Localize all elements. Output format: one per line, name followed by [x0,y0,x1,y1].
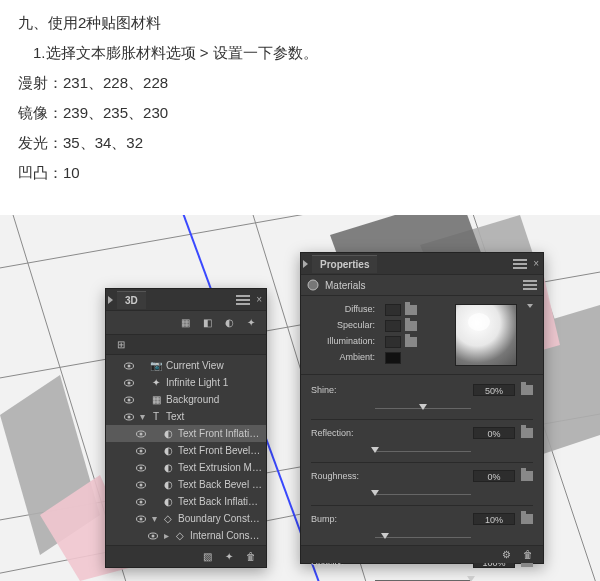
scene-item[interactable]: ▾◇Boundary Constraint 1_Text [106,510,266,527]
scene-item[interactable]: ▸◇Internal Constraint 2_Text [106,527,266,544]
properties-subtitle: Materials [325,280,366,291]
label-ambient: Ambient: [311,352,375,362]
slider-thumb[interactable] [371,490,379,496]
filter-materials-icon[interactable]: ◐ [222,316,236,330]
specular-texture-picker[interactable] [405,321,417,331]
material-preview[interactable] [455,304,517,366]
slider-thumb[interactable] [467,576,475,581]
scene-item[interactable]: ◐Text Back Inflation Material [106,493,266,510]
slider-track[interactable] [375,530,471,544]
close-icon[interactable]: × [533,258,539,269]
slider-thumb[interactable] [381,533,389,539]
diffuse-swatch[interactable] [385,304,401,316]
svg-point-36 [308,280,318,290]
panel-properties-header: Properties × [301,253,543,275]
visibility-toggle[interactable] [136,497,146,507]
constraint-icon: ◇ [174,530,186,542]
slider-texture-picker[interactable] [521,514,533,524]
visibility-toggle[interactable] [136,446,146,456]
scene-item-label: Boundary Constraint 1_Text [178,513,262,524]
diffuse-texture-picker[interactable] [405,305,417,315]
scene-item-label: Text Front Bevel Material [178,445,262,456]
collapse-icon[interactable] [108,296,113,304]
tab-properties[interactable]: Properties [312,255,377,273]
expander-icon[interactable]: ▾ [138,411,146,422]
scene-item[interactable]: ✦Infinite Light 1 [106,374,266,391]
visibility-toggle[interactable] [124,395,134,405]
panel-3d: 3D × ▦ ◧ ◐ ✦ ⊞ 📷Current View✦Infinite Li… [105,288,267,568]
materials-icon [307,279,319,291]
slider-thumb[interactable] [371,447,379,453]
filter-meshes-icon[interactable]: ◧ [200,316,214,330]
filter-whole-scene-icon[interactable]: ▦ [178,316,192,330]
illumination-texture-picker[interactable] [405,337,417,347]
panel-menu-icon[interactable] [513,259,527,269]
scene-item-label: Current View [166,360,262,371]
specular-swatch[interactable] [385,320,401,332]
visibility-toggle[interactable] [136,514,146,524]
scene-item-label: Text Back Bevel Material [178,479,262,490]
scene-item-label: Background [166,394,262,405]
svg-point-25 [140,449,143,452]
visibility-toggle[interactable] [136,463,146,473]
mat-icon: ◐ [162,462,174,474]
constraint-icon: ◇ [162,513,174,525]
new-light-icon[interactable]: ✦ [222,550,236,564]
material-preset-dropdown[interactable] [527,304,533,308]
slider-value[interactable]: 0% [473,427,515,439]
env-icon[interactable]: ⊞ [114,338,128,352]
scene-item[interactable]: ▦Background [106,391,266,408]
visibility-toggle[interactable] [148,531,158,541]
expander-icon[interactable]: ▾ [150,513,158,524]
light-icon: ✦ [150,377,162,389]
slider-thumb[interactable] [419,404,427,410]
slider-track[interactable] [375,401,471,415]
svg-point-23 [140,432,143,435]
render-settings-icon[interactable]: ⚙ [499,548,513,562]
filter-lights-icon[interactable]: ✦ [244,316,258,330]
illumination-swatch[interactable] [385,336,401,348]
slider-value[interactable]: 10% [473,513,515,525]
svg-point-17 [128,381,131,384]
slider-track[interactable] [375,444,471,458]
slider-texture-picker[interactable] [521,385,533,395]
visibility-toggle[interactable] [136,429,146,439]
visibility-toggle[interactable] [124,361,134,371]
visibility-toggle[interactable] [124,378,134,388]
param-bump: 凹凸：10 [18,158,582,188]
mat-icon: ◐ [162,496,174,508]
panel-menu-icon[interactable] [236,295,250,305]
label-diffuse: Diffuse: [311,304,375,314]
new-layer-icon[interactable]: ▧ [200,550,214,564]
scene-item[interactable]: ◐Text Front Inflation Material [106,425,266,442]
svg-point-31 [140,500,143,503]
slider-label: Reflection: [311,428,369,438]
panel-3d-toolbar: ▦ ◧ ◐ ✦ [106,311,266,335]
visibility-toggle[interactable] [124,412,134,422]
trash-icon[interactable]: 🗑 [244,550,258,564]
slider-track[interactable] [375,573,471,581]
svg-point-33 [140,517,143,520]
slider-value[interactable]: 50% [473,384,515,396]
close-icon[interactable]: × [256,294,262,305]
slider-texture-picker[interactable] [521,471,533,481]
panel-submenu-icon[interactable] [523,280,537,290]
expander-icon[interactable]: ▸ [162,530,170,541]
scene-item[interactable]: 📷Current View [106,357,266,374]
label-specular: Specular: [311,320,375,330]
trash-icon[interactable]: 🗑 [521,548,535,562]
slider-texture-picker[interactable] [521,428,533,438]
tab-3d[interactable]: 3D [117,291,146,309]
panel-properties-footer: ⚙ 🗑 [301,545,543,563]
scene-item[interactable]: ◐Text Front Bevel Material [106,442,266,459]
scene-item[interactable]: ◐Text Back Bevel Material [106,476,266,493]
slider-value[interactable]: 0% [473,470,515,482]
collapse-icon[interactable] [303,260,308,268]
panel-3d-footer: ▧ ✦ 🗑 [106,545,266,567]
ambient-swatch[interactable] [385,352,401,364]
visibility-toggle[interactable] [136,480,146,490]
scene-item[interactable]: ▾TText [106,408,266,425]
scene-item[interactable]: ◐Text Extrusion Material [106,459,266,476]
svg-point-29 [140,483,143,486]
slider-track[interactable] [375,487,471,501]
